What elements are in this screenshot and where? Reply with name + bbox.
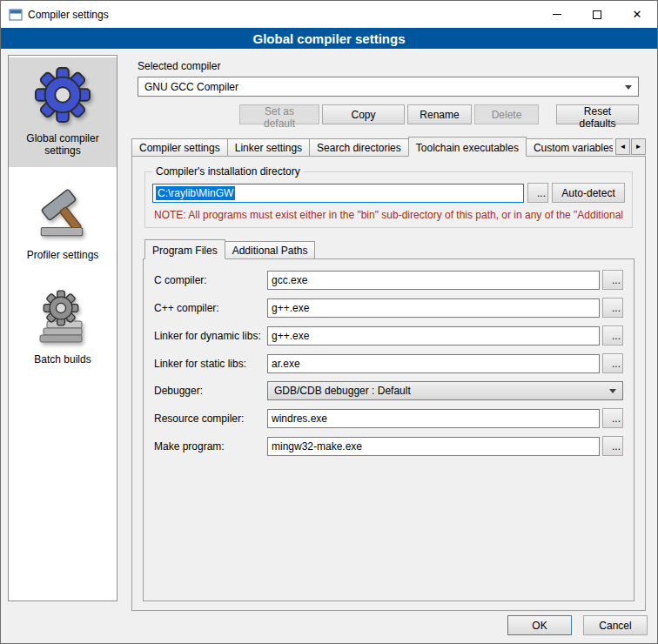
sidebar-item-batch-builds[interactable]: Batch builds — [9, 280, 117, 376]
settings-category-sidebar: Global compiler settings Profiler settin… — [8, 55, 118, 601]
tab-compiler-settings[interactable]: Compiler settings — [131, 138, 228, 156]
field-row-make-program: Make program: ... — [154, 436, 623, 456]
static-linker-label: Linker for static libs: — [154, 358, 267, 370]
selected-compiler-dropdown[interactable]: GNU GCC Compiler — [138, 77, 639, 97]
install-dir-input[interactable]: C:\raylib\MinGW — [152, 184, 524, 203]
installation-directory-legend: Compiler's installation directory — [152, 165, 304, 178]
make-program-input[interactable] — [267, 437, 600, 456]
tab-custom-variables[interactable]: Custom variables — [526, 138, 613, 156]
window-title: Compiler settings — [28, 9, 109, 21]
rename-button[interactable]: Rename — [407, 104, 472, 124]
compiler-settings-tabbar: Compiler settings Linker settings Search… — [131, 137, 646, 157]
install-dir-value: C:\raylib\MinGW — [156, 186, 235, 200]
tab-scroll-right-button[interactable]: ► — [631, 138, 646, 155]
copy-button[interactable]: Copy — [322, 104, 405, 124]
cpp-compiler-label: C++ compiler: — [154, 302, 267, 314]
installation-directory-group: Compiler's installation directory C:\ray… — [144, 165, 633, 228]
tab-program-files[interactable]: Program Files — [144, 239, 225, 259]
minimize-button[interactable] — [537, 1, 577, 28]
debugger-value: GDB/CDB debugger : Default — [274, 385, 411, 397]
tab-additional-paths[interactable]: Additional Paths — [225, 241, 316, 258]
profiler-tools-icon — [34, 184, 91, 240]
titlebar[interactable]: Compiler settings ✕ — [1, 1, 657, 28]
resource-compiler-browse-button[interactable]: ... — [602, 408, 623, 428]
dialog-footer: OK Cancel — [507, 615, 648, 635]
tab-scroll-left-button[interactable]: ◄ — [615, 138, 630, 155]
install-dir-browse-button[interactable]: ... — [527, 183, 548, 203]
tab-scroll-buttons: ◄ ► — [614, 138, 646, 157]
app-icon — [9, 8, 23, 22]
reset-defaults-button[interactable]: Reset defaults — [556, 104, 639, 124]
sidebar-item-profiler-settings[interactable]: Profiler settings — [9, 176, 117, 272]
field-row-resource-compiler: Resource compiler: ... — [154, 408, 623, 428]
minimize-icon — [553, 14, 561, 15]
maximize-button[interactable] — [577, 1, 617, 28]
selected-compiler-value: GNU GCC Compiler — [144, 81, 238, 93]
auto-detect-button[interactable]: Auto-detect — [552, 183, 625, 203]
installation-directory-row: C:\raylib\MinGW ... Auto-detect — [152, 183, 625, 203]
dynamic-linker-input[interactable] — [267, 326, 600, 345]
delete-button[interactable]: Delete — [474, 104, 539, 124]
c-compiler-input[interactable] — [267, 271, 600, 290]
main-panel: Selected compiler GNU GCC Compiler Set a… — [124, 49, 652, 644]
program-files-tabbar: Program Files Additional Paths — [144, 239, 634, 259]
right-arrow-icon: ► — [635, 143, 642, 151]
resource-compiler-label: Resource compiler: — [154, 413, 267, 425]
debugger-select[interactable]: GDB/CDB debugger : Default — [267, 381, 623, 400]
c-compiler-label: C compiler: — [154, 274, 267, 286]
ok-button[interactable]: OK — [507, 615, 572, 635]
debugger-label: Debugger: — [154, 385, 267, 397]
field-row-debugger: Debugger: GDB/CDB debugger : Default — [154, 381, 623, 400]
sidebar-item-global-compiler-settings[interactable]: Global compiler settings — [9, 57, 117, 167]
left-arrow-icon: ◄ — [620, 143, 627, 151]
static-linker-browse-button[interactable]: ... — [602, 353, 623, 373]
field-row-static-linker: Linker for static libs: ... — [154, 353, 623, 373]
compiler-settings-dialog: Compiler settings ✕ Global compiler sett… — [0, 0, 658, 644]
sidebar-item-label: Profiler settings — [12, 249, 113, 261]
make-program-label: Make program: — [154, 440, 267, 453]
cpp-compiler-input[interactable] — [267, 299, 600, 318]
install-dir-note: NOTE: All programs must exist either in … — [154, 209, 623, 221]
set-as-default-button[interactable]: Set as default — [239, 104, 319, 124]
dynamic-linker-label: Linker for dynamic libs: — [154, 330, 267, 342]
tab-toolchain-executables[interactable]: Toolchain executables — [408, 137, 527, 157]
maximize-icon — [593, 10, 601, 19]
dynamic-linker-browse-button[interactable]: ... — [602, 325, 623, 345]
sidebar-item-label: Global compiler settings — [12, 132, 113, 157]
field-row-cpp-compiler: C++ compiler: ... — [154, 298, 623, 318]
chevron-down-icon — [609, 389, 616, 393]
cancel-button[interactable]: Cancel — [583, 615, 648, 635]
make-program-browse-button[interactable]: ... — [602, 436, 623, 456]
close-button[interactable]: ✕ — [617, 1, 657, 28]
compiler-actions: Set as default Copy Rename Delete Reset … — [138, 104, 639, 124]
tab-search-directories[interactable]: Search directories — [309, 138, 409, 156]
dialog-body: Global compiler settings Profiler settin… — [1, 49, 657, 644]
program-files-panel: C compiler: ... C++ compiler: ... Linker… — [143, 258, 634, 601]
field-row-dynamic-linker: Linker for dynamic libs: ... — [154, 325, 623, 345]
cpp-compiler-browse-button[interactable]: ... — [602, 298, 623, 318]
chevron-down-icon — [625, 85, 632, 90]
tabs-clip: Compiler settings Linker settings Search… — [131, 137, 613, 157]
sidebar-item-label: Batch builds — [12, 353, 113, 366]
resource-compiler-input[interactable] — [267, 409, 600, 428]
toolchain-executables-panel: Compiler's installation directory C:\ray… — [131, 156, 646, 611]
selected-compiler-label: Selected compiler — [138, 60, 652, 72]
c-compiler-browse-button[interactable]: ... — [602, 270, 623, 290]
field-row-c-compiler: C compiler: ... — [154, 270, 623, 290]
caption-buttons: ✕ — [537, 1, 657, 28]
blue-gear-icon — [34, 66, 91, 124]
dialog-header-title: Global compiler settings — [1, 28, 657, 49]
gray-gears-icon — [34, 289, 91, 345]
static-linker-input[interactable] — [267, 354, 600, 373]
tab-linker-settings[interactable]: Linker settings — [227, 138, 310, 156]
close-icon: ✕ — [633, 9, 642, 20]
